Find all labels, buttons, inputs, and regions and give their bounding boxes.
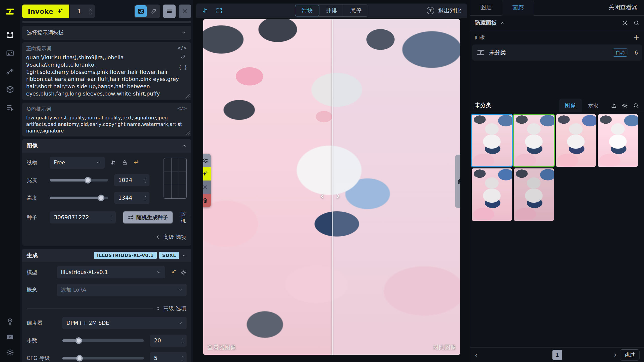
rail-models-icon[interactable]: [5, 84, 15, 95]
queue-count-stepper[interactable]: 1: [70, 5, 95, 18]
lora-placeholder: 添加 LoRA: [61, 286, 86, 293]
gallery-drawer-handle[interactable]: [455, 155, 460, 208]
upload-icon[interactable]: [611, 103, 617, 109]
gallery-thumbnail[interactable]: [598, 114, 638, 167]
image-view-button[interactable]: [135, 5, 147, 17]
invoke-toolbar: Invoke 1: [22, 0, 191, 20]
tab-gallery-images[interactable]: 图像: [559, 99, 582, 112]
width-input[interactable]: 1024: [114, 174, 149, 186]
code-embed-icon[interactable]: </>: [177, 45, 187, 52]
compare-image-label: 对比图像: [433, 343, 456, 351]
hide-boards-toggle[interactable]: 隐藏面板: [475, 19, 497, 27]
generation-section-header[interactable]: 生成 ILLUSTRIOUS-XL-V0.1 SDXL: [22, 249, 191, 262]
optimize-size-icon[interactable]: [133, 159, 139, 166]
height-slider[interactable]: [50, 197, 108, 199]
boards-search-icon[interactable]: [633, 20, 639, 26]
prev-page-arrow[interactable]: ‹: [475, 350, 483, 359]
gallery-settings-gear-icon[interactable]: [622, 103, 628, 109]
steps-steppers[interactable]: [181, 338, 187, 343]
viewer-settings-button[interactable]: [203, 154, 211, 167]
cfg-input[interactable]: 5: [150, 352, 187, 362]
rail-queue-icon[interactable]: [5, 103, 15, 113]
model-default-settings-icon[interactable]: [170, 269, 176, 275]
rail-canvas-icon[interactable]: [5, 30, 15, 40]
height-steppers[interactable]: [144, 195, 149, 201]
image-section-header[interactable]: 图像: [22, 139, 191, 153]
height-input[interactable]: 1344: [114, 192, 149, 204]
image-viewer: 滑块 并排 悬停 ? 退出对比 ‹ › 查看器图像 对比图像: [193, 0, 470, 362]
compare-slider-left-chevron[interactable]: ‹: [320, 191, 324, 201]
swap-compare-icon[interactable]: [202, 7, 208, 14]
compare-slider-right-chevron[interactable]: ›: [336, 191, 340, 201]
gallery-thumbnail[interactable]: [514, 168, 554, 221]
swap-dimensions-icon[interactable]: [110, 159, 116, 166]
add-board-button[interactable]: +: [633, 33, 639, 41]
gallery-thumbnail[interactable]: [556, 114, 596, 167]
negative-prompt-input[interactable]: low quality,worst quality,normal quality…: [26, 114, 183, 134]
steps-slider[interactable]: [62, 339, 144, 342]
fit-to-view-icon[interactable]: [216, 7, 222, 14]
link-icon[interactable]: [180, 54, 186, 59]
page-number-chip[interactable]: 1: [552, 350, 562, 360]
gallery-thumbnail[interactable]: [472, 114, 512, 167]
tab-gallery[interactable]: 画廊: [502, 0, 534, 16]
rail-workflows-icon[interactable]: [5, 66, 15, 76]
braces-icon[interactable]: { }: [179, 64, 188, 70]
tab-gallery-assets[interactable]: 素材: [582, 99, 605, 112]
seed-input[interactable]: 3069871272: [50, 211, 116, 223]
positive-prompt-input[interactable]: quan \(kurisu tina\),shiro9jira,,lobelia…: [26, 54, 180, 98]
cfg-slider[interactable]: [62, 357, 144, 359]
gallery-thumbnail[interactable]: [472, 168, 512, 221]
next-page-arrow[interactable]: ›: [608, 350, 617, 359]
randomize-toggle[interactable]: [191, 213, 191, 221]
textarea-resize-handle[interactable]: [185, 94, 190, 99]
width-slider[interactable]: [50, 179, 108, 182]
model-manager-gear-icon[interactable]: [181, 269, 187, 275]
cancel-button[interactable]: [179, 5, 191, 18]
help-icon[interactable]: ?: [427, 7, 434, 14]
invoke-quick-button[interactable]: [203, 167, 211, 180]
board-row-uncategorized[interactable]: 未分类 自动 6: [472, 44, 642, 61]
code-embed-icon[interactable]: </>: [177, 106, 187, 112]
hamburger-icon: [166, 8, 173, 15]
aspect-select[interactable]: Free: [50, 157, 105, 169]
dismiss-button[interactable]: [203, 180, 211, 194]
advanced-options-toggle[interactable]: 高级 选项: [163, 234, 186, 241]
brush-canvas-button[interactable]: [148, 5, 159, 17]
tab-layers[interactable]: 图层: [470, 0, 502, 15]
advanced-options-toggle[interactable]: 高级 选项: [163, 305, 186, 312]
steps-input[interactable]: 20: [150, 335, 187, 347]
gallery-search-icon[interactable]: [633, 103, 639, 109]
width-steppers[interactable]: [144, 177, 149, 183]
skip-button[interactable]: 跳过: [620, 349, 639, 360]
tips-bulb-icon[interactable]: [5, 316, 15, 326]
close-viewer-button[interactable]: 关闭查看器: [602, 0, 644, 15]
invoke-button[interactable]: Invoke: [22, 5, 69, 18]
compare-slider-line[interactable]: [332, 19, 333, 355]
image-settings-section: 图像 纵横 Free 宽度: [22, 139, 191, 246]
lora-select[interactable]: 添加 LoRA: [57, 284, 187, 296]
tab-side-by-side-mode[interactable]: 并排: [319, 5, 344, 16]
seed-steppers[interactable]: [110, 215, 116, 220]
compare-mode-tabs: 滑块 并排 悬停: [295, 5, 368, 17]
queue-count-arrows[interactable]: [89, 8, 95, 14]
gallery-thumbnail[interactable]: [514, 114, 554, 167]
lock-aspect-icon[interactable]: [122, 159, 128, 166]
exit-compare-button[interactable]: 退出对比: [438, 7, 461, 15]
rail-upscale-icon[interactable]: [5, 48, 15, 58]
tab-hover-mode[interactable]: 悬停: [344, 5, 368, 16]
prompt-template-selector[interactable]: 选择提示词模板: [22, 26, 191, 40]
video-tutorials-icon[interactable]: [5, 332, 15, 342]
random-seed-button[interactable]: 随机生成种子: [123, 211, 173, 223]
scheduler-select[interactable]: DPM++ 2M SDE: [62, 317, 187, 329]
close-icon: [181, 8, 188, 15]
boards-settings-gear-icon[interactable]: [622, 20, 628, 26]
base-model-badge: SDXL: [159, 252, 179, 259]
delete-image-button[interactable]: [203, 194, 211, 207]
textarea-resize-handle[interactable]: [185, 130, 190, 135]
cfg-steppers[interactable]: [181, 355, 187, 361]
tab-slider-mode[interactable]: 滑块: [295, 5, 319, 16]
settings-gear-icon[interactable]: [5, 347, 15, 357]
model-select[interactable]: Illustrious-XL-v0.1: [57, 266, 165, 278]
menu-button[interactable]: [163, 5, 176, 18]
